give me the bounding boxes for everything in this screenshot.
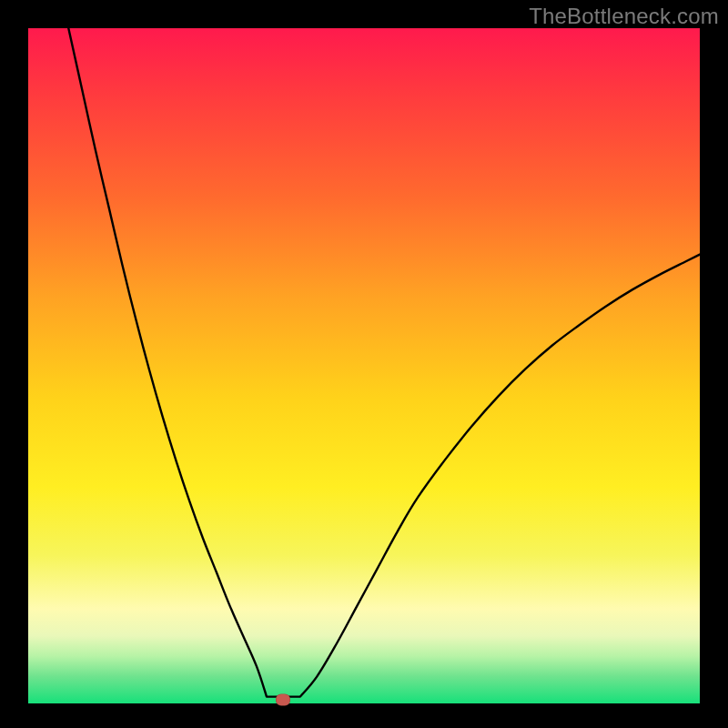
bottleneck-curve: [28, 28, 700, 703]
watermark-text: TheBottleneck.com: [529, 4, 719, 29]
chart-frame: TheBottleneck.com: [0, 0, 728, 728]
curve-path: [68, 28, 700, 697]
optimum-marker: [276, 694, 290, 706]
plot-area: [28, 28, 700, 703]
